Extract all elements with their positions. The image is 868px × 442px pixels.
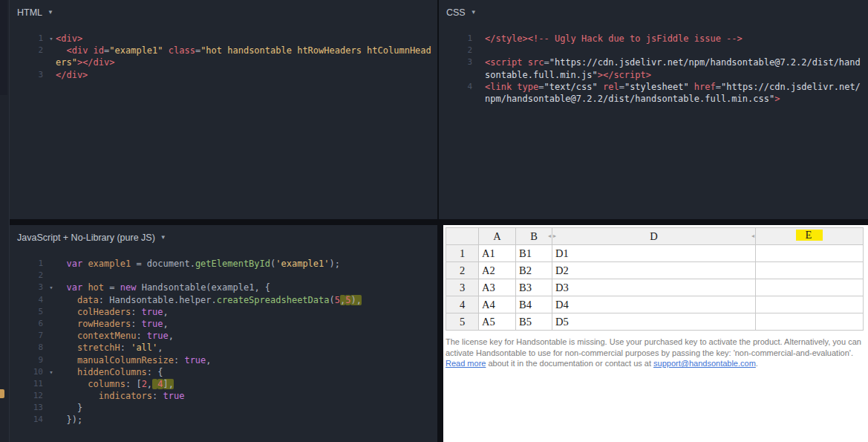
code-line[interactable]: 5 colHeaders: true, [10, 306, 437, 318]
chevron-down-icon[interactable]: ▼ [48, 9, 53, 16]
cell-D4[interactable]: D4 [552, 296, 756, 313]
code-text: hiddenColumns: { [56, 366, 163, 378]
fold-spacer [476, 69, 485, 81]
cell-E4[interactable] [756, 296, 864, 313]
code-line[interactable]: 1 var example1 = document.getElementById… [10, 258, 437, 270]
collapsed-panel-strip[interactable] [0, 0, 10, 442]
js-code-editor[interactable]: 1 var example1 = document.getElementById… [10, 246, 437, 426]
code-line[interactable]: 7 contextMenu: true, [10, 330, 437, 342]
fold-spacer [47, 306, 56, 318]
code-annotation-highlight: ), [350, 295, 361, 305]
cell-B3[interactable]: B3 [516, 279, 552, 296]
code-line[interactable]: 4<link type="text/css" rel="stylesheet" … [439, 81, 868, 93]
chevron-down-icon[interactable]: ▼ [471, 9, 477, 16]
cell-B4[interactable]: B4 [516, 296, 552, 313]
line-number: 2 [10, 45, 47, 56]
cell-E3[interactable] [756, 279, 864, 296]
cell-A4[interactable]: A4 [479, 296, 516, 313]
code-line[interactable]: npm/handsontable@7.2.2/dist/handsontable… [439, 93, 868, 105]
cell-B2[interactable]: B2 [516, 262, 552, 279]
hidden-column-indicator-left-icon: ◂ [751, 233, 754, 239]
code-line[interactable]: 8 stretchH: 'all', [10, 342, 437, 354]
js-panel: JavaScript + No-Library (pure JS) ▼ 1 va… [10, 225, 437, 442]
line-number: 1 [10, 258, 47, 270]
code-annotation-highlight: 4 [157, 379, 163, 389]
css-code-editor[interactable]: 1</style><!-- Ugly Hack due to jsFiddle … [439, 21, 868, 105]
fold-spacer [47, 378, 56, 390]
cell-D1[interactable]: D1 [552, 245, 756, 262]
strip-annotation-mark [0, 389, 4, 398]
table-row: 4A4B4D4 [446, 296, 864, 313]
cell-D5[interactable]: D5 [552, 313, 756, 331]
fold-spacer [476, 93, 485, 105]
line-number: 1 [439, 33, 476, 45]
code-line[interactable]: 3<script src="https://cdn.jsdelivr.net/n… [439, 56, 868, 68]
cell-E2[interactable] [756, 262, 864, 279]
cell-A5[interactable]: A5 [479, 313, 516, 331]
code-line[interactable]: 1</style><!-- Ugly Hack due to jsFiddle … [439, 33, 868, 45]
fold-arrow-icon[interactable]: ▾ [47, 282, 56, 293]
code-line[interactable]: 3▾ var hot = new Handsontable(example1, … [10, 282, 437, 293]
code-line[interactable]: 14 }); [10, 414, 437, 426]
fold-arrow-icon[interactable]: ▾ [47, 366, 56, 378]
row-header-1[interactable]: 1 [446, 245, 479, 262]
code-text: data: Handsontable.helper.createSpreadsh… [56, 294, 362, 306]
code-line[interactable]: 2 [439, 45, 868, 56]
column-header-E[interactable]: E [756, 228, 864, 245]
html-panel-header[interactable]: HTML ▼ [10, 0, 437, 21]
line-number: 2 [10, 270, 47, 282]
code-line[interactable]: 2 [10, 270, 437, 282]
code-text: contextMenu: true, [56, 330, 174, 342]
column-header-D[interactable]: ▸D◂ [552, 228, 756, 245]
code-line[interactable]: 12 indicators: true [10, 390, 437, 402]
code-text: var example1 = document.getElementById('… [56, 258, 340, 270]
fold-spacer [47, 270, 56, 282]
corner-header[interactable] [446, 228, 479, 245]
fold-spacer [476, 81, 485, 93]
cell-A2[interactable]: A2 [479, 262, 516, 279]
row-header-5[interactable]: 5 [446, 313, 479, 331]
cell-B1[interactable]: B1 [516, 245, 552, 262]
cell-B5[interactable]: B5 [516, 313, 552, 331]
code-line[interactable]: sontable.full.min.js"></script> [439, 69, 868, 81]
code-line[interactable]: 2 <div id="example1" class="hot handsont… [10, 45, 437, 56]
license-notice: The license key for Handsontable is miss… [446, 337, 863, 369]
code-line[interactable]: 9 manualColumnResize: true, [10, 354, 437, 366]
cell-D3[interactable]: D3 [552, 279, 756, 296]
cell-A1[interactable]: A1 [479, 245, 516, 262]
cell-A3[interactable]: A3 [479, 279, 516, 296]
result-panel: AB◂▸D◂E1A1B1D12A2B2D23A3B3D34A4B4D45A5B5… [443, 225, 868, 442]
code-line[interactable]: 10▾ hiddenColumns: { [10, 366, 437, 378]
column-header-B[interactable]: B◂ [516, 228, 552, 245]
table-row: 3A3B3D3 [446, 279, 864, 296]
code-line[interactable]: 6 rowHeaders: true, [10, 318, 437, 330]
code-line[interactable]: 11 columns: [2, 4], [10, 378, 437, 390]
code-line[interactable]: 13 } [10, 402, 437, 414]
line-number: 14 [10, 414, 47, 426]
js-panel-header[interactable]: JavaScript + No-Library (pure JS) ▼ [10, 225, 437, 246]
code-line[interactable]: ers"></div> [10, 56, 437, 68]
code-line[interactable]: 4 data: Handsontable.helper.createSpread… [10, 294, 437, 306]
fold-spacer [476, 33, 485, 45]
fold-arrow-icon[interactable]: ▾ [47, 33, 56, 45]
row-header-4[interactable]: 4 [446, 296, 479, 313]
cell-D2[interactable]: D2 [552, 262, 756, 279]
support-email-link[interactable]: support@handsontable.com [653, 359, 756, 368]
html-code-editor[interactable]: 1▾<div>2 <div id="example1" class="hot h… [10, 21, 437, 81]
css-panel-header[interactable]: CSS ▼ [439, 0, 868, 21]
code-line[interactable]: 3</div> [10, 69, 437, 81]
fold-spacer [47, 56, 56, 68]
column-header-A[interactable]: A [479, 228, 516, 245]
code-text: <div id="example1" class="hot handsontab… [56, 45, 431, 56]
cell-E5[interactable] [756, 313, 864, 331]
html-panel-title: HTML [17, 7, 42, 18]
chevron-down-icon[interactable]: ▼ [160, 234, 166, 241]
read-more-link[interactable]: Read more [446, 359, 486, 368]
code-text: colHeaders: true, [56, 306, 169, 318]
row-header-3[interactable]: 3 [446, 279, 479, 296]
code-line[interactable]: 1▾<div> [10, 33, 437, 45]
fold-spacer [47, 414, 56, 426]
row-header-2[interactable]: 2 [446, 262, 479, 279]
line-number: 5 [10, 306, 47, 318]
cell-E1[interactable] [756, 245, 864, 262]
